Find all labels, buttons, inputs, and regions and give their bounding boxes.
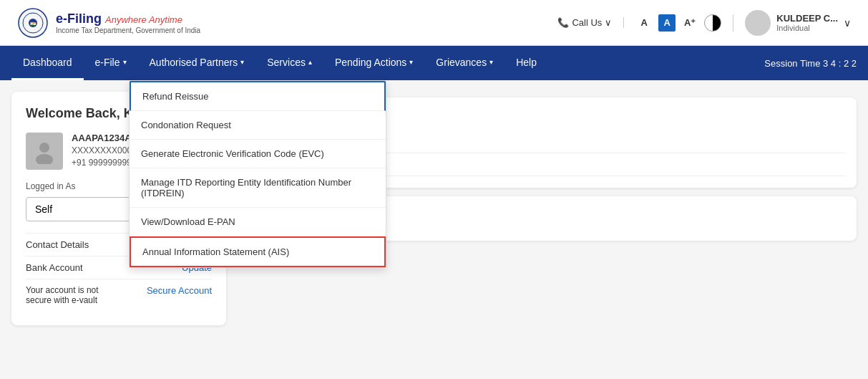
nav-item-authorised-partners[interactable]: Authorised Partners ▾ bbox=[138, 46, 256, 80]
condonation-label: Condonation Request bbox=[141, 120, 231, 130]
top-bar: 🇮🇳 e-Filing Anywhere Anytime Income Tax … bbox=[0, 0, 868, 46]
nav-item-grievances[interactable]: Grievances ▾ bbox=[424, 46, 504, 80]
dropdown-item-evc[interactable]: Generate Electronic Verification Code (E… bbox=[130, 140, 386, 168]
nav-item-help[interactable]: Help bbox=[504, 46, 548, 80]
nav-item-services[interactable]: Services ▴ bbox=[255, 46, 323, 80]
dropdown-item-condonation[interactable]: Condonation Request bbox=[130, 111, 386, 140]
call-us-label: Call Us bbox=[572, 17, 602, 28]
svg-point-4 bbox=[39, 143, 49, 153]
account-warning-text: Your account is not secure with e-vault bbox=[26, 285, 99, 305]
services-dropdown: Refund Reissue Condonation Request Gener… bbox=[129, 80, 386, 268]
bank-account-label: Bank Account bbox=[26, 262, 83, 273]
epan-label: View/Download E-PAN bbox=[141, 216, 235, 227]
dropdown-item-epan[interactable]: View/Download E-PAN bbox=[130, 208, 386, 236]
dropdown-item-ais[interactable]: Annual Information Statement (AIS) bbox=[130, 236, 386, 267]
font-large-button[interactable]: A⁺ bbox=[681, 14, 698, 32]
user-avatar bbox=[745, 10, 771, 36]
contrast-button[interactable] bbox=[704, 14, 721, 32]
contact-details-label: Contact Details bbox=[26, 239, 89, 250]
svg-text:🇮🇳: 🇮🇳 bbox=[30, 21, 36, 27]
session-time: Session Time 3 4 : 2 2 bbox=[764, 58, 857, 69]
nav-label-services: Services bbox=[267, 57, 306, 68]
user-area: KULDEEP C... Individual ∨ bbox=[745, 10, 851, 36]
logo-text: e-Filing Anywhere Anytime Income Tax Dep… bbox=[56, 11, 200, 34]
call-us-button[interactable]: 📞 Call Us ∨ bbox=[557, 17, 624, 28]
logo-tagline: Anywhere Anytime bbox=[105, 14, 182, 25]
nav-label-authorised-partners: Authorised Partners bbox=[150, 57, 238, 68]
nav-item-pending-actions[interactable]: Pending Actions ▾ bbox=[323, 46, 424, 80]
profile-info: AAAPA1234A XXXXXXXX0000 +91 9999999999 bbox=[72, 133, 137, 168]
services-arrow-icon: ▴ bbox=[308, 58, 312, 66]
svg-point-5 bbox=[36, 154, 53, 164]
evc-label: Generate Electronic Verification Code (E… bbox=[141, 148, 324, 159]
nav-bar: Dashboard e-File ▾ Authorised Partners ▾… bbox=[0, 46, 868, 80]
nav-label-help: Help bbox=[516, 57, 537, 68]
user-dropdown-arrow[interactable]: ∨ bbox=[844, 17, 851, 29]
dropdown-item-refund-reissue[interactable]: Refund Reissue bbox=[130, 81, 386, 111]
account-security-row: Your account is not secure with e-vault … bbox=[26, 279, 212, 311]
user-type: Individual bbox=[776, 24, 838, 32]
nav-label-pending-actions: Pending Actions bbox=[335, 57, 406, 68]
logo-title: e-Filing Anywhere Anytime bbox=[56, 11, 200, 27]
top-controls: 📞 Call Us ∨ A A A⁺ KULDEEP C... Individu… bbox=[557, 10, 851, 36]
nav-label-dashboard: Dashboard bbox=[23, 57, 72, 68]
emblem-icon: 🇮🇳 bbox=[17, 7, 49, 39]
authorised-arrow-icon: ▾ bbox=[240, 58, 244, 66]
profile-phone: +91 9999999999 bbox=[72, 158, 137, 168]
font-controls: A A A⁺ bbox=[635, 14, 733, 32]
call-us-arrow: ∨ bbox=[605, 17, 612, 28]
nav-item-efile[interactable]: e-File ▾ bbox=[84, 46, 138, 80]
nav-item-dashboard[interactable]: Dashboard bbox=[11, 46, 84, 80]
profile-pan: AAAPA1234A bbox=[72, 133, 137, 143]
itdrein-label: Manage ITD Reporting Entity Identificati… bbox=[141, 177, 351, 198]
efile-arrow-icon: ▾ bbox=[123, 58, 127, 66]
pending-arrow-icon: ▾ bbox=[409, 58, 413, 66]
session-time-value: 3 4 : 2 2 bbox=[823, 58, 857, 69]
profile-id: XXXXXXXX0000 bbox=[72, 145, 137, 155]
nav-label-grievances: Grievances bbox=[436, 57, 487, 68]
secure-account-link[interactable]: Secure Account bbox=[147, 285, 212, 296]
user-name: KULDEEP C... bbox=[776, 13, 838, 24]
user-info: KULDEEP C... Individual bbox=[776, 13, 838, 32]
self-label: Self bbox=[35, 203, 52, 215]
refund-reissue-label: Refund Reissue bbox=[142, 91, 209, 102]
ais-label: Annual Information Statement (AIS) bbox=[142, 246, 289, 257]
font-small-button[interactable]: A bbox=[635, 14, 653, 32]
person-icon bbox=[31, 138, 57, 164]
main-content: Welcome Back, Kuldeep C AAAPA1234A XXXXX… bbox=[0, 80, 868, 337]
nav-label-efile: e-File bbox=[95, 57, 120, 68]
profile-avatar bbox=[26, 133, 63, 170]
logo-area: 🇮🇳 e-Filing Anywhere Anytime Income Tax … bbox=[17, 7, 200, 39]
phone-icon: 📞 bbox=[557, 17, 569, 28]
account-warning-line1: Your account is not bbox=[26, 285, 99, 295]
grievances-arrow-icon: ▾ bbox=[489, 58, 493, 66]
session-label: Session Time bbox=[764, 58, 820, 69]
logo-subtitle: Income Tax Department, Government of Ind… bbox=[56, 27, 200, 34]
font-normal-button[interactable]: A bbox=[658, 14, 676, 32]
account-warning-line2: secure with e-vault bbox=[26, 295, 99, 305]
dropdown-item-itdrein[interactable]: Manage ITD Reporting Entity Identificati… bbox=[130, 168, 386, 208]
